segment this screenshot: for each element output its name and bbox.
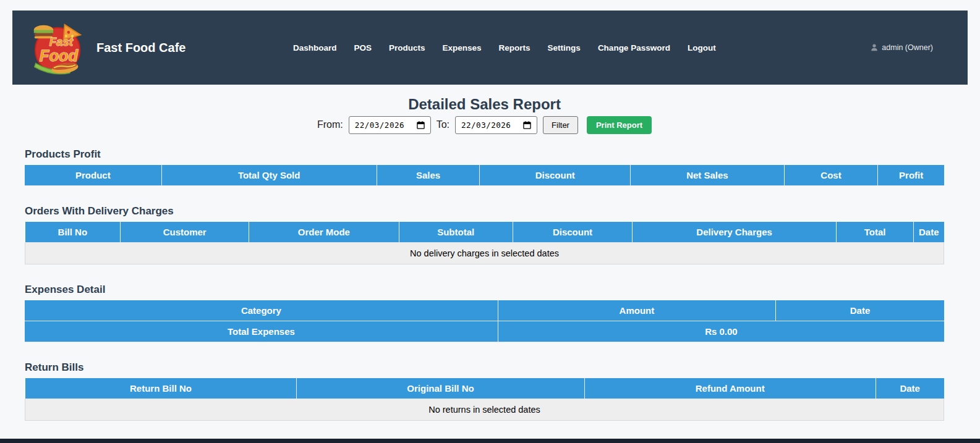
products-profit-heading: Products Profit (25, 148, 944, 161)
from-date-input[interactable]: 22/03/2026 (349, 116, 431, 134)
table-header-row: Product Total Qty Sold Sales Discount Ne… (25, 165, 944, 186)
report-content: Detailed Sales Report From: 22/03/2026 T… (25, 85, 944, 443)
print-report-button[interactable]: Print Report (587, 116, 652, 134)
svg-text:Food: Food (40, 47, 79, 64)
brand-group: Fast Food Fast Food Cafe (27, 17, 293, 78)
person-icon (870, 43, 879, 52)
products-profit-table: Product Total Qty Sold Sales Discount Ne… (25, 165, 944, 186)
col-sales: Sales (377, 165, 480, 186)
col-total-qty-sold: Total Qty Sold (161, 165, 377, 186)
total-expenses-label: Total Expenses (25, 321, 498, 342)
nav-item-logout[interactable]: Logout (688, 43, 716, 53)
calendar-icon[interactable] (417, 121, 425, 129)
col-net-sales: Net Sales (631, 165, 784, 186)
bottom-dark-strip (0, 439, 980, 443)
page: Fast Food Fast Food Cafe Dashboard POS P… (0, 0, 980, 443)
page-title: Detailed Sales Report (25, 96, 944, 113)
to-date-input[interactable]: 22/03/2026 (455, 116, 537, 134)
col-discount: Discount (480, 165, 631, 186)
total-expenses-row: Total Expenses Rs 0.00 (25, 321, 944, 342)
to-date-value: 22/03/2026 (461, 120, 511, 130)
nav-item-change-password[interactable]: Change Password (598, 43, 670, 53)
user-info: admin (Owner) (870, 43, 950, 52)
empty-row: No returns in selected dates (25, 399, 944, 421)
col-bill-no: Bill No (25, 222, 121, 243)
col-category: Category (25, 300, 498, 321)
nav-item-dashboard[interactable]: Dashboard (293, 43, 337, 53)
col-return-bill-no: Return Bill No (25, 378, 297, 399)
col-date: Date (914, 222, 944, 243)
return-bills-table: Return Bill No Original Bill No Refund A… (25, 378, 944, 421)
col-delivery-charges: Delivery Charges (633, 222, 837, 243)
filter-button[interactable]: Filter (543, 116, 578, 134)
nav-item-reports[interactable]: Reports (499, 43, 530, 53)
nav-item-settings[interactable]: Settings (548, 43, 581, 53)
col-product: Product (25, 165, 161, 186)
col-amount: Amount (498, 300, 775, 321)
col-order-mode: Order Mode (249, 222, 399, 243)
col-cost: Cost (784, 165, 878, 186)
calendar-icon[interactable] (523, 121, 531, 129)
nav-item-pos[interactable]: POS (354, 43, 372, 53)
table-header-row: Return Bill No Original Bill No Refund A… (25, 378, 944, 399)
table-header-row: Bill No Customer Order Mode Subtotal Dis… (25, 222, 944, 243)
col-date: Date (776, 300, 944, 321)
col-profit: Profit (878, 165, 944, 186)
return-bills-heading: Return Bills (25, 361, 944, 374)
empty-message: No delivery charges in selected dates (25, 243, 944, 264)
from-date-value: 22/03/2026 (355, 120, 404, 130)
orders-delivery-table: Bill No Customer Order Mode Subtotal Dis… (25, 222, 944, 264)
col-original-bill-no: Original Bill No (297, 378, 584, 399)
empty-message: No returns in selected dates (25, 399, 944, 421)
nav-item-expenses[interactable]: Expenses (443, 43, 482, 53)
from-label: From: (317, 119, 343, 130)
expenses-detail-table: Category Amount Date Total Expenses Rs 0… (25, 300, 944, 342)
fast-food-logo-icon: Fast Food (27, 17, 88, 78)
user-label: admin (Owner) (882, 43, 933, 52)
col-total: Total (837, 222, 914, 243)
col-date: Date (876, 378, 944, 399)
orders-delivery-heading: Orders With Delivery Charges (25, 205, 944, 217)
empty-row: No delivery charges in selected dates (25, 243, 944, 264)
top-navbar: Fast Food Fast Food Cafe Dashboard POS P… (12, 11, 968, 85)
col-refund-amount: Refund Amount (584, 378, 876, 399)
nav-links: Dashboard POS Products Expenses Reports … (293, 43, 716, 53)
nav-item-products[interactable]: Products (389, 43, 425, 53)
col-subtotal: Subtotal (399, 222, 513, 243)
expenses-detail-heading: Expenses Detail (25, 284, 944, 296)
brand-title: Fast Food Cafe (96, 41, 185, 55)
total-expenses-value: Rs 0.00 (498, 321, 944, 342)
to-label: To: (437, 119, 450, 130)
col-customer: Customer (121, 222, 249, 243)
date-filter-row: From: 22/03/2026 To: 22/03/2026 (25, 115, 944, 135)
table-header-row: Category Amount Date (25, 300, 944, 321)
col-discount: Discount (513, 222, 632, 243)
